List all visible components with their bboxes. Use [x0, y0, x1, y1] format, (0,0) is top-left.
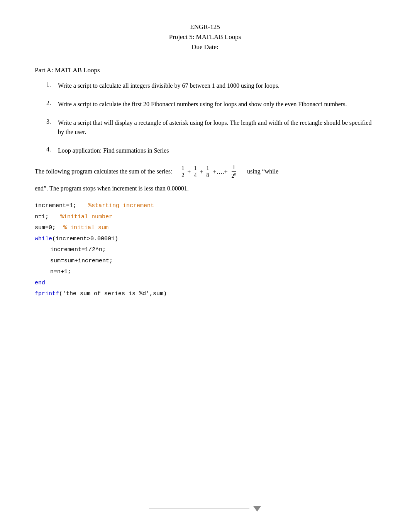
- fraction-2: 1 4: [193, 165, 197, 179]
- list-item: 1. Write a script to calculate all integ…: [35, 81, 375, 90]
- course-title: ENGR-125: [35, 23, 375, 31]
- code-sum-assign: sum=0;: [35, 223, 56, 234]
- list-item: 2. Write a script to calculate the first…: [35, 100, 375, 109]
- code-comment-increment: %starting increment: [88, 201, 154, 212]
- code-increment-body: increment=1/2^n;: [50, 245, 106, 256]
- code-line-1: increment=1; %starting increment: [35, 201, 375, 212]
- series-formula: 1 2 + 1 4 + 1 8 +….+ 1 2n: [180, 165, 238, 179]
- code-sum-body: sum=sum+increment;: [50, 256, 113, 267]
- bottom-arrow-icon: [253, 506, 261, 512]
- code-block: increment=1; %starting increment n=1; %i…: [35, 201, 375, 300]
- code-line-end: end: [35, 278, 375, 289]
- code-n-assign: n=1;: [35, 212, 49, 223]
- item-text: Write a script to calculate all integers…: [58, 81, 280, 90]
- item-text: Write a script to calculate the first 20…: [58, 100, 347, 109]
- due-date: Due Date:: [35, 43, 375, 51]
- code-line-2: n=1; %initial number: [35, 212, 375, 223]
- list-item: 3. Write a script that will display a re…: [35, 118, 375, 137]
- item-number: 2.: [46, 100, 58, 109]
- code-comment-sum: % initial sum: [63, 223, 108, 234]
- code-line-n-body: n=n+1;: [35, 267, 375, 278]
- item-text: Loop application: Find summations in Ser…: [58, 146, 169, 155]
- list-item: 4. Loop application: Find summations in …: [35, 146, 375, 155]
- item-text: Write a script that will display a recta…: [58, 118, 375, 137]
- stop-paragraph: end”. The program stops when increment i…: [35, 183, 375, 194]
- bottom-line: [149, 508, 249, 509]
- page: ENGR-125 Project 5: MATLAB Loops Due Dat…: [0, 0, 410, 532]
- code-line-increment-body: increment=1/2^n;: [35, 245, 375, 256]
- fraction-4: 1 2n: [230, 165, 237, 179]
- stop-text: end”. The program stops when increment i…: [35, 185, 189, 192]
- code-while-condition: (increment>0.00001): [52, 234, 118, 245]
- code-line-sum-body: sum=sum+increment;: [35, 256, 375, 267]
- code-fprintf-keyword: fprintf: [35, 289, 59, 300]
- code-line-fprintf: fprintf ('the sum of series is %d',sum): [35, 289, 375, 300]
- code-end-keyword: end: [35, 278, 45, 289]
- bottom-bar: [35, 505, 375, 513]
- fraction-1: 1 2: [181, 165, 185, 179]
- item-number: 1.: [46, 81, 58, 90]
- code-fprintf-arg: ('the sum of series is %d',sum): [59, 289, 167, 300]
- using-while-text: using “while: [247, 168, 278, 175]
- code-line-3: sum=0; % initial sum: [35, 223, 375, 234]
- code-while-keyword: while: [35, 234, 52, 245]
- series-intro-text: The following program calculates the sum…: [35, 168, 172, 175]
- code-n-body: n=n+1;: [50, 267, 71, 278]
- code-comment-n: %initial number: [60, 212, 112, 223]
- code-increment-assign: increment=1;: [35, 201, 76, 212]
- item-number: 3.: [46, 118, 58, 137]
- fraction-3: 1 8: [205, 165, 210, 179]
- project-title: Project 5: MATLAB Loops: [35, 33, 375, 41]
- series-intro-paragraph: The following program calculates the sum…: [35, 165, 375, 179]
- document-header: ENGR-125 Project 5: MATLAB Loops Due Dat…: [35, 23, 375, 51]
- item-number: 4.: [46, 146, 58, 155]
- code-line-while: while (increment>0.00001): [35, 234, 375, 245]
- part-a-title: Part A: MATLAB Loops: [35, 66, 375, 74]
